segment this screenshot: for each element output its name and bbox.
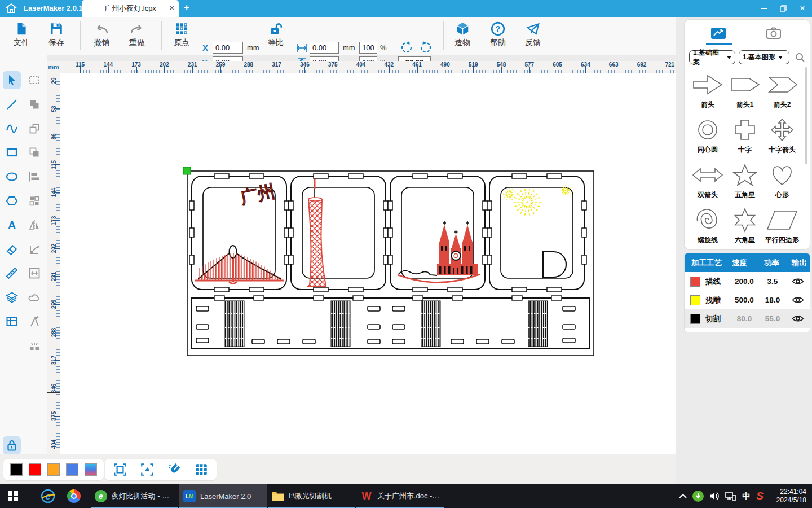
union-tool[interactable] xyxy=(25,95,43,113)
canvas-lock-button[interactable] xyxy=(3,436,21,454)
living-hinge-band[interactable] xyxy=(225,301,244,347)
subtract-tool[interactable] xyxy=(25,143,43,161)
taskbar-clock[interactable]: 22:41:04 2024/5/18 xyxy=(769,488,806,505)
line-tool[interactable] xyxy=(3,95,21,113)
process-color-swatch[interactable] xyxy=(690,314,700,324)
output-eye-icon[interactable] xyxy=(792,296,804,304)
intersect-tool[interactable] xyxy=(25,120,43,138)
shape-item[interactable]: 十字箭头 xyxy=(764,117,801,155)
creator-button[interactable]: 造物 xyxy=(446,20,479,48)
shape-item[interactable]: 六角星 xyxy=(726,207,764,245)
slot-cutout[interactable] xyxy=(196,325,209,329)
slot-cutout[interactable] xyxy=(252,339,264,344)
eraser-tool[interactable] xyxy=(3,240,21,259)
slot-cutout[interactable] xyxy=(502,339,514,344)
color-swatch[interactable] xyxy=(29,463,41,476)
x-input[interactable] xyxy=(213,42,243,54)
file-button[interactable]: 文件 xyxy=(5,20,38,48)
redo-button[interactable]: 重做 xyxy=(121,20,153,48)
grid-icon[interactable] xyxy=(194,462,209,477)
shape-item[interactable]: 螺旋线 xyxy=(689,207,726,245)
slot-cutout[interactable] xyxy=(303,339,315,344)
network-icon[interactable] xyxy=(725,492,736,501)
gradient-swatch[interactable] xyxy=(85,463,97,476)
shape-item[interactable]: 心形 xyxy=(764,162,801,200)
art-cathedral[interactable] xyxy=(398,221,480,282)
slot-cutout[interactable] xyxy=(196,306,209,311)
rotate-ccw-icon[interactable] xyxy=(399,40,414,55)
document-tab[interactable]: 广州小夜灯.lcpx × xyxy=(82,0,179,17)
slot-cutout[interactable] xyxy=(368,325,380,329)
category-dropdown[interactable]: 1.基础图案 xyxy=(689,50,735,64)
angle-measure-tool[interactable] xyxy=(25,240,43,259)
safety-tray-icon[interactable] xyxy=(692,491,704,502)
shape-item[interactable]: 箭头2 xyxy=(764,72,801,110)
output-eye-icon[interactable] xyxy=(792,277,804,286)
search-icon[interactable] xyxy=(795,52,805,63)
laser-design-drawing[interactable]: 广州 xyxy=(60,73,676,454)
taskbar-app-browser-360[interactable]: e夜灯比拼活动 - 图... xyxy=(90,484,179,508)
process-row[interactable]: 切割80.055.0 xyxy=(685,309,810,328)
mirror-tool[interactable] xyxy=(25,216,43,234)
slot-cutout[interactable] xyxy=(368,339,380,344)
curve-tool[interactable] xyxy=(3,120,21,138)
slot-cutout[interactable] xyxy=(476,339,489,344)
close-button[interactable]: × xyxy=(793,0,812,17)
shape-item[interactable]: 箭头 xyxy=(689,72,726,110)
taskbar-app-explorer[interactable]: I:\激光切割机 xyxy=(267,484,356,508)
home-icon[interactable] xyxy=(5,2,18,15)
rectangle-tool[interactable] xyxy=(3,143,21,161)
art-guangzhou-text-and-bridge[interactable]: 广州 xyxy=(195,181,284,284)
taskbar-app-lasermaker[interactable]: LMLaserMaker 2.0 xyxy=(179,484,267,508)
ime-indicator[interactable]: 中 xyxy=(742,491,751,502)
slot-cutout[interactable] xyxy=(451,339,464,344)
slot-cutout[interactable] xyxy=(392,306,405,311)
vectorize-tool[interactable] xyxy=(25,313,43,331)
center-distribute-tool[interactable] xyxy=(25,264,43,282)
help-button[interactable]: ? 帮助 xyxy=(482,20,514,48)
slot-cutout[interactable] xyxy=(563,306,575,311)
shape-item[interactable]: 五角星 xyxy=(726,162,764,200)
feedback-button[interactable]: 反馈 xyxy=(517,20,549,48)
subcategory-dropdown[interactable]: 1.基本图形 xyxy=(739,50,789,64)
slot-cutout[interactable] xyxy=(392,325,405,329)
origin-button[interactable]: 原点 xyxy=(165,20,198,48)
snap-magnet-icon[interactable] xyxy=(167,462,182,477)
shape-item[interactable]: 箭头1 xyxy=(726,72,764,110)
break-apart-tool[interactable] xyxy=(25,337,43,355)
shape-item[interactable]: 同心圆 xyxy=(689,117,726,155)
save-button[interactable]: 保存 xyxy=(40,20,73,48)
shape-scrollbar[interactable] xyxy=(805,67,807,164)
process-row[interactable]: 描线200.03.5 xyxy=(685,272,810,291)
rotate-cw-icon[interactable] xyxy=(418,40,433,55)
new-tab-button[interactable]: + xyxy=(184,2,189,14)
start-menu-button[interactable] xyxy=(0,484,26,508)
width-percent-input[interactable] xyxy=(359,42,377,54)
design-canvas[interactable]: 广州 xyxy=(60,73,676,454)
ie-browser-icon[interactable]: e xyxy=(35,484,61,508)
select-tool[interactable] xyxy=(3,71,21,89)
slot-cutout[interactable] xyxy=(392,339,405,344)
d-shape-cutout[interactable] xyxy=(543,252,566,277)
shape-item[interactable]: 十字 xyxy=(726,117,764,155)
text-tool[interactable]: A xyxy=(3,216,21,234)
layers-tool[interactable] xyxy=(3,288,21,306)
frame-select-icon[interactable] xyxy=(113,462,127,477)
shape-item[interactable]: 平行四边形 xyxy=(764,207,801,245)
process-color-swatch[interactable] xyxy=(690,277,700,287)
measure-tool[interactable] xyxy=(3,264,21,282)
tab-camera[interactable] xyxy=(757,27,791,46)
art-canton-tower[interactable] xyxy=(307,179,326,287)
living-hinge-band[interactable] xyxy=(331,301,350,347)
ellipse-tool[interactable] xyxy=(3,168,21,186)
output-eye-icon[interactable] xyxy=(792,314,804,323)
table-tool[interactable] xyxy=(3,313,21,331)
color-swatch[interactable] xyxy=(10,463,23,476)
shape-item[interactable]: 双箭头 xyxy=(689,162,726,200)
undo-button[interactable]: 撤销 xyxy=(85,20,118,48)
sogou-icon[interactable]: S xyxy=(756,490,764,502)
process-row[interactable]: 浅雕500.018.0 xyxy=(685,291,810,309)
panel-cut-outline[interactable] xyxy=(291,176,386,290)
living-hinge-band[interactable] xyxy=(528,301,548,347)
process-color-swatch[interactable] xyxy=(690,295,700,305)
